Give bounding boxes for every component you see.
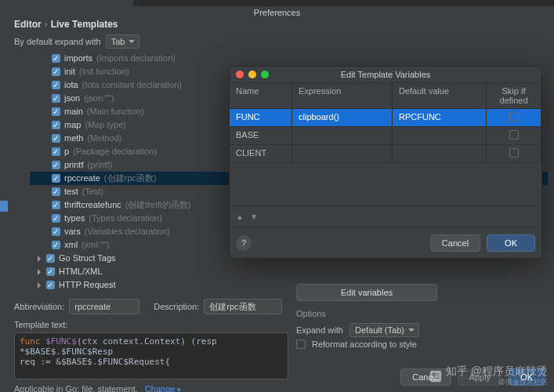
tree-item-desc: (json:"") [84,92,114,105]
tree-item[interactable]: HTTP Request [30,278,548,292]
tree-item[interactable]: HTML/XML [30,265,548,278]
tree-item-desc: (Init function) [79,65,129,78]
reformat-checkbox[interactable] [296,339,306,349]
tree-item-desc: (Variables declaration) [85,225,170,238]
tree-item-name: p [64,145,69,158]
checkbox-icon[interactable] [52,201,60,209]
checkbox-icon[interactable] [52,134,60,143]
var-expression[interactable]: clipboard() [292,109,393,126]
tree-item-desc: (Iota constant declaration) [82,78,182,92]
tree-item[interactable]: imports (Imports declaration) [30,52,548,65]
move-up-icon[interactable]: ▲ [236,212,244,221]
checkbox-icon[interactable] [52,121,60,129]
checkbox-icon[interactable] [46,267,55,276]
checkbox-icon[interactable] [52,94,60,103]
var-default[interactable]: RPCFUNC [393,109,487,126]
tree-item-name: rpccreate [64,172,100,185]
tree-item-name: main [64,105,83,118]
var-name: BASE [230,127,292,144]
change-scope-link[interactable]: Change [145,384,181,392]
col-default: Default value [393,83,487,108]
tree-item-desc: (Main function) [87,105,144,118]
tree-item-desc: (printf) [87,158,112,172]
dialog-ok-button[interactable]: OK [487,234,535,252]
close-icon[interactable] [236,71,244,78]
col-expression: Expression [292,83,393,108]
var-default[interactable] [393,145,487,162]
checkbox-icon[interactable] [52,241,60,249]
tree-item-name: json [64,92,80,105]
tree-item-name: Go Struct Tags [59,252,116,265]
checkbox-icon[interactable] [52,67,60,76]
move-down-icon[interactable]: ▼ [250,212,258,221]
zoom-icon[interactable] [261,71,269,78]
checkbox-icon[interactable] [52,214,60,223]
tree-item-desc: (Test) [82,185,104,198]
tree-item-name: init [64,65,75,78]
tree-item-name: printf [64,158,83,172]
abbr-input[interactable] [69,299,139,314]
minimize-icon[interactable] [248,71,256,78]
tree-item-name: thriftcreatefunc [64,198,121,212]
variable-row[interactable]: FUNCclipboard()RPCFUNC [230,109,541,127]
tree-item-name: HTML/XML [59,265,103,278]
expand-select[interactable]: Tab [106,34,140,49]
checkbox-icon[interactable] [46,254,55,263]
edit-template-variables-dialog: Edit Template Variables Name Expression … [229,66,542,259]
tree-item-name: test [64,185,78,198]
var-expression[interactable] [292,127,393,144]
help-icon[interactable]: ? [236,235,252,251]
checkbox-icon[interactable] [52,107,60,116]
tree-item-desc: (Imports declaration) [96,52,176,65]
tree-item-desc: (创建thrift的函数) [125,198,191,212]
checkbox-icon[interactable] [52,187,60,196]
checkbox-icon[interactable] [46,281,55,289]
checkbox-icon[interactable] [52,147,60,156]
variable-row[interactable]: BASE [230,127,541,145]
checkbox-icon[interactable] [52,54,60,63]
tree-item-name: HTTP Request [59,278,116,292]
tree-item-name: imports [64,52,92,65]
dialog-cancel-button[interactable]: Cancel [430,234,480,252]
dialog-title: Edit Template Variables [230,67,541,82]
ok-button[interactable]: OK [509,368,545,386]
apply-button[interactable]: Apply [458,368,503,386]
tree-item-name: iota [64,78,78,92]
template-code[interactable]: func $FUNC$(ctx context.Context) (resp *… [14,332,288,379]
tree-item-name: xml [64,238,78,252]
var-name: CLIENT [230,145,292,162]
abbr-label: Abbreviation: [14,302,64,311]
skip-checkbox[interactable] [509,148,519,158]
checkbox-icon[interactable] [52,161,60,169]
tree-item-desc: (Types declaration) [89,212,162,225]
desc-input[interactable] [204,299,282,314]
var-expression[interactable] [292,145,393,162]
var-default[interactable] [393,127,487,144]
checkbox-icon[interactable] [52,81,60,89]
cancel-button[interactable]: Cancel [400,368,451,386]
checkbox-icon[interactable] [52,227,60,236]
col-skip: Skip if defined [487,83,541,108]
checkbox-icon[interactable] [52,174,60,183]
tab-bar [0,0,554,6]
tree-item-name: meth [64,132,83,145]
tree-item-desc: (Method) [87,132,121,145]
tree-item-name: vars [64,225,81,238]
skip-checkbox[interactable] [509,130,519,140]
template-text-label: Template text: [14,320,548,329]
left-gutter [0,13,8,392]
tree-item-name: types [64,212,85,225]
tree-item-name: map [64,118,81,132]
tree-item-desc: (Map type) [85,118,126,132]
skip-checkbox[interactable] [509,112,519,122]
expand-label: By default expand with [14,37,101,46]
var-name: FUNC [230,109,292,126]
col-name: Name [230,83,292,108]
edit-variables-button[interactable]: Edit variables [296,284,437,301]
desc-label: Description: [154,302,199,311]
variable-row[interactable]: CLIENT [230,145,541,163]
tree-item-desc: (创建rpc函数) [104,172,157,185]
options-header: Options [296,309,453,318]
expand-with-label: Expand with [296,325,343,335]
expand-with-select[interactable]: Default (Tab) [349,323,419,337]
